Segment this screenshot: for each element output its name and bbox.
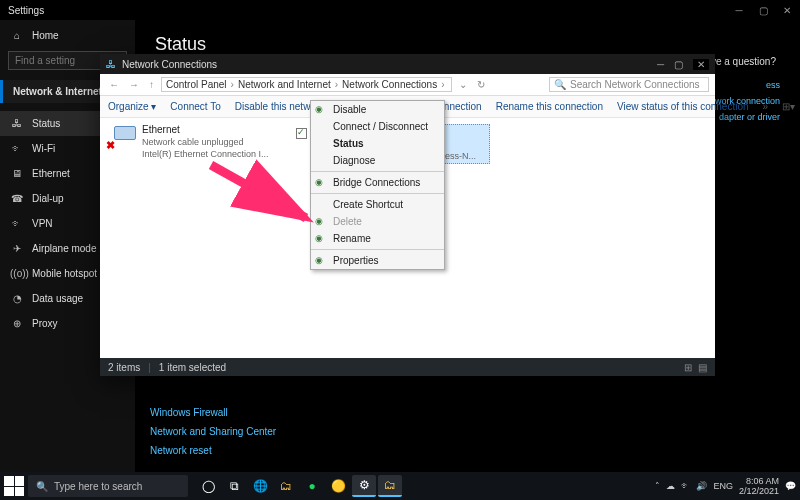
taskbar-clock[interactable]: 8:06 AM 2/12/2021	[739, 476, 779, 496]
airplane-icon: ✈	[10, 243, 24, 254]
ctx-connect[interactable]: Connect / Disconnect	[311, 118, 444, 135]
up-icon[interactable]: ↑	[146, 79, 157, 90]
ctx-bridge[interactable]: ◉Bridge Connections	[311, 174, 444, 191]
adapter-status: Network cable unplugged	[142, 136, 269, 148]
search-icon: 🔍	[36, 481, 48, 492]
tray-lang-icon[interactable]: ENG	[713, 481, 733, 491]
taskbar-search[interactable]: 🔍 Type here to search	[28, 475, 188, 497]
dropdown-icon[interactable]: ⌄	[456, 79, 470, 90]
nc-window-controls: ─ ▢ ✕	[657, 59, 709, 70]
tray-onedrive-icon[interactable]: ☁	[666, 481, 675, 491]
status-item-count: 2 items	[108, 362, 140, 373]
ethernet-adapter-icon: ✖	[106, 124, 136, 152]
ctx-delete: ◉Delete	[311, 213, 444, 230]
ctx-separator	[311, 249, 444, 250]
properties-icon: ◉	[315, 255, 327, 267]
tb-organize[interactable]: Organize ▾	[108, 101, 156, 112]
ctx-status[interactable]: Status	[311, 135, 444, 152]
link-network-reset[interactable]: Network reset	[150, 445, 276, 456]
nc-search-placeholder: Search Network Connections	[570, 79, 700, 90]
dialup-icon: ☎	[10, 193, 24, 204]
tb-viewstatus[interactable]: View status of this connection	[617, 101, 749, 112]
taskbar: 🔍 Type here to search ◯ ⧉ 🌐 🗂 ● 🟡 ⚙ 🗂 ˄ …	[0, 472, 800, 500]
bridge-icon: ◉	[315, 177, 327, 189]
nc-app-icon: 🖧	[106, 59, 116, 70]
adapter-name: Ethernet	[142, 124, 269, 136]
cortana-icon[interactable]: ◯	[196, 475, 220, 497]
action-center-icon[interactable]: 💬	[785, 481, 796, 491]
refresh-icon[interactable]: ↻	[474, 79, 488, 90]
search-icon: 🔍	[554, 79, 566, 90]
adapter-device: Intel(R) Ethernet Connection I...	[142, 148, 269, 160]
explorer-icon[interactable]: 🗂	[274, 475, 298, 497]
close-icon[interactable]: ✕	[782, 5, 792, 16]
home-label: Home	[32, 30, 59, 41]
related-links: Windows Firewall Network and Sharing Cen…	[150, 407, 276, 456]
tray-volume-icon[interactable]: 🔊	[696, 481, 707, 491]
nc-maximize-icon[interactable]: ▢	[674, 59, 683, 70]
ctx-rename[interactable]: ◉Rename	[311, 230, 444, 247]
tb-more-icon[interactable]: »	[763, 101, 769, 112]
vpn-icon: ᯤ	[10, 218, 24, 229]
adapter-checkbox[interactable]	[296, 128, 307, 139]
sidebar-home[interactable]: ⌂ Home	[0, 26, 135, 51]
partial-link[interactable]: dapter or driver	[712, 112, 780, 122]
nc-search[interactable]: 🔍 Search Network Connections	[549, 77, 709, 92]
datausage-icon: ◔	[10, 293, 24, 304]
link-firewall[interactable]: Windows Firewall	[150, 407, 276, 418]
back-icon[interactable]: ←	[106, 79, 122, 90]
edge-icon[interactable]: 🌐	[248, 475, 272, 497]
minimize-icon[interactable]: ─	[734, 5, 744, 16]
settings-task-icon[interactable]: ⚙	[352, 475, 376, 497]
link-sharing-center[interactable]: Network and Sharing Center	[150, 426, 276, 437]
tray-overflow-icon[interactable]: ˄	[655, 481, 660, 491]
hotspot-icon: ((o))	[10, 268, 24, 279]
ctx-shortcut[interactable]: Create Shortcut	[311, 196, 444, 213]
wifi-icon: ᯤ	[10, 143, 24, 154]
window-controls: ─ ▢ ✕	[734, 5, 792, 16]
ctx-separator	[311, 171, 444, 172]
nc-close-icon[interactable]: ✕	[693, 59, 709, 70]
forward-icon[interactable]: →	[126, 79, 142, 90]
maximize-icon[interactable]: ▢	[758, 5, 768, 16]
view-options-icon[interactable]: ⊞▾	[782, 101, 795, 112]
clock-time: 8:06 AM	[739, 476, 779, 486]
crumb[interactable]: Network Connections	[342, 79, 437, 90]
page-title: Status	[155, 34, 780, 55]
delete-icon: ◉	[315, 216, 327, 228]
home-icon: ⌂	[10, 30, 24, 41]
start-button[interactable]	[4, 476, 24, 496]
clock-date: 2/12/2021	[739, 486, 779, 496]
adapter-ethernet[interactable]: ✖ Ethernet Network cable unplugged Intel…	[106, 124, 286, 160]
crumb[interactable]: Control Panel	[166, 79, 227, 90]
explorer-task-icon[interactable]: 🗂	[378, 475, 402, 497]
partial-link[interactable]: ess	[712, 80, 780, 90]
ctx-disable[interactable]: ◉Disable	[311, 101, 444, 118]
status-selected: 1 item selected	[159, 362, 226, 373]
nc-minimize-icon[interactable]: ─	[657, 59, 664, 70]
ctx-diagnose[interactable]: Diagnose	[311, 152, 444, 169]
settings-title: Settings	[8, 5, 44, 16]
ethernet-icon: 🖥	[10, 168, 24, 179]
nc-address-bar: ← → ↑ Control Panel› Network and Interne…	[100, 74, 715, 96]
tray-network-icon[interactable]: ᯤ	[681, 481, 690, 491]
tb-rename[interactable]: Rename this connection	[496, 101, 603, 112]
ctx-properties[interactable]: ◉Properties	[311, 252, 444, 269]
spotify-icon[interactable]: ●	[300, 475, 324, 497]
system-tray: ˄ ☁ ᯤ 🔊 ENG 8:06 AM 2/12/2021 💬	[655, 476, 796, 496]
taskbar-search-placeholder: Type here to search	[54, 481, 142, 492]
taskview-icon[interactable]: ⧉	[222, 475, 246, 497]
details-view-icon[interactable]: ⊞	[684, 362, 692, 373]
proxy-icon: ⊕	[10, 318, 24, 329]
rename-icon: ◉	[315, 233, 327, 245]
crumb[interactable]: Network and Internet	[238, 79, 331, 90]
taskbar-pinned: ◯ ⧉ 🌐 🗂 ● 🟡 ⚙ 🗂	[196, 475, 402, 497]
nc-title-text: Network Connections	[122, 59, 217, 70]
status-icon: 🖧	[10, 118, 24, 129]
chrome-icon[interactable]: 🟡	[326, 475, 350, 497]
disable-icon: ◉	[315, 104, 327, 116]
tb-connect[interactable]: Connect To	[170, 101, 220, 112]
nc-titlebar[interactable]: 🖧 Network Connections ─ ▢ ✕	[100, 54, 715, 74]
breadcrumb[interactable]: Control Panel› Network and Internet› Net…	[161, 77, 452, 92]
thumb-view-icon[interactable]: ▤	[698, 362, 707, 373]
